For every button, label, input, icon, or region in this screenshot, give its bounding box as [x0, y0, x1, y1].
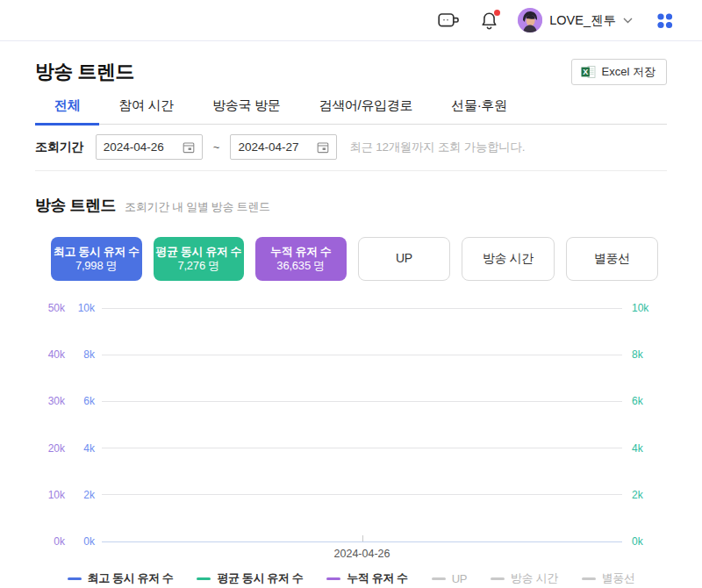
legend-up[interactable]: UP: [432, 572, 467, 585]
tab-search-inflow[interactable]: 검색어/유입경로: [299, 97, 432, 124]
date-to-input[interactable]: 2024-04-27: [230, 134, 337, 160]
gridline: [102, 401, 622, 402]
main-content: 방송 트렌드 X Excel 저장 전체 참여 시간 방송국 방문 검색어/유입…: [0, 59, 702, 586]
legend-swatch: [326, 577, 340, 580]
metric-card-peak-concurrent-users[interactable]: 최고 동시 유저 수 7,998 명: [51, 237, 142, 281]
legend-peak-concurrent-users[interactable]: 최고 동시 유저 수: [68, 570, 174, 586]
x-axis-label: 2024-04-26: [334, 548, 390, 560]
gridline: [102, 355, 622, 355]
calendar-icon: [317, 141, 329, 154]
chevron-down-icon: [623, 18, 633, 24]
avatar: [518, 8, 542, 32]
metric-card-up[interactable]: UP: [358, 237, 451, 281]
calendar-icon: [183, 141, 195, 154]
gridline-row: 40k 8k 8k: [35, 348, 667, 361]
notification-badge: [494, 10, 500, 16]
legend-swatch: [582, 577, 596, 580]
gridline-row: 0k 0k 0k: [35, 535, 667, 548]
date-filter-row: 조회기간 2024-04-26 ~ 2024-04-27 최근 12개월까지 조…: [35, 125, 667, 171]
svg-text:X: X: [583, 68, 588, 76]
tab-gifts-support[interactable]: 선물·후원: [432, 97, 526, 124]
legend-swatch: [491, 577, 505, 580]
legend-broadcast-time[interactable]: 방송 시간: [491, 570, 558, 586]
excel-save-label: Excel 저장: [602, 64, 655, 80]
date-from-input[interactable]: 2024-04-26: [96, 134, 203, 160]
legend-swatch: [68, 577, 82, 580]
gridline-row: 30k 6k 6k: [35, 395, 667, 407]
apps-grid-icon[interactable]: [655, 11, 674, 30]
username: LOVE_젠투: [549, 12, 616, 29]
legend-swatch: [432, 577, 446, 580]
tab-all[interactable]: 전체: [35, 97, 99, 125]
gridline-row: 20k 4k 4k: [35, 442, 667, 455]
metric-card-row: 최고 동시 유저 수 7,998 명 평균 동시 유저 수 7,276 명 누적…: [51, 237, 658, 281]
page-title: 방송 트렌드: [35, 59, 134, 85]
excel-icon: X: [581, 65, 596, 79]
excel-save-button[interactable]: X Excel 저장: [571, 59, 667, 85]
date-range-separator: ~: [213, 140, 220, 154]
metric-card-star-balloons[interactable]: 별풍선: [566, 237, 659, 281]
x-axis-tick: [362, 535, 363, 541]
metric-card-avg-concurrent-users[interactable]: 평균 동시 유저 수 7,276 명: [154, 237, 245, 281]
gridline-row: 10k 2k 2k: [35, 489, 667, 501]
bell-icon[interactable]: [480, 11, 498, 31]
legend-avg-concurrent-users[interactable]: 평균 동시 유저 수: [197, 570, 303, 586]
gridline: [102, 308, 622, 309]
metric-card-cumulative-users[interactable]: 누적 유저 수 36,635 명: [255, 237, 347, 281]
profile-menu[interactable]: LOVE_젠투: [518, 8, 633, 32]
chart-legend: 최고 동시 유저 수 평균 동시 유저 수 누적 유저 수 UP 방송 시간 별…: [35, 570, 667, 586]
tab-station-visits[interactable]: 방송국 방문: [193, 97, 299, 124]
metric-card-broadcast-time[interactable]: 방송 시간: [462, 237, 555, 281]
trend-chart: 50k 10k 10k 40k 8k 8k 30k 6k 6k 20k 4k 4…: [35, 308, 667, 541]
tab-participation-time[interactable]: 참여 시간: [99, 97, 193, 124]
legend-star-balloons[interactable]: 별풍선: [582, 570, 635, 586]
broadcast-cam-icon[interactable]: [438, 11, 461, 29]
section-title: 방송 트렌드: [35, 195, 116, 216]
legend-cumulative-users[interactable]: 누적 유저 수: [326, 570, 407, 586]
gridline: [102, 448, 622, 448]
date-range-hint: 최근 12개월까지 조회 가능합니다.: [349, 140, 525, 155]
section-subtitle: 조회기간 내 일별 방송 트렌드: [125, 199, 270, 215]
gridline: [102, 494, 622, 495]
tab-bar: 전체 참여 시간 방송국 방문 검색어/유입경로 선물·후원: [35, 97, 667, 125]
top-header: LOVE_젠투: [0, 0, 702, 41]
date-filter-label: 조회기간: [35, 140, 83, 155]
legend-swatch: [197, 577, 211, 580]
gridline-row: 50k 10k 10k: [35, 302, 667, 314]
